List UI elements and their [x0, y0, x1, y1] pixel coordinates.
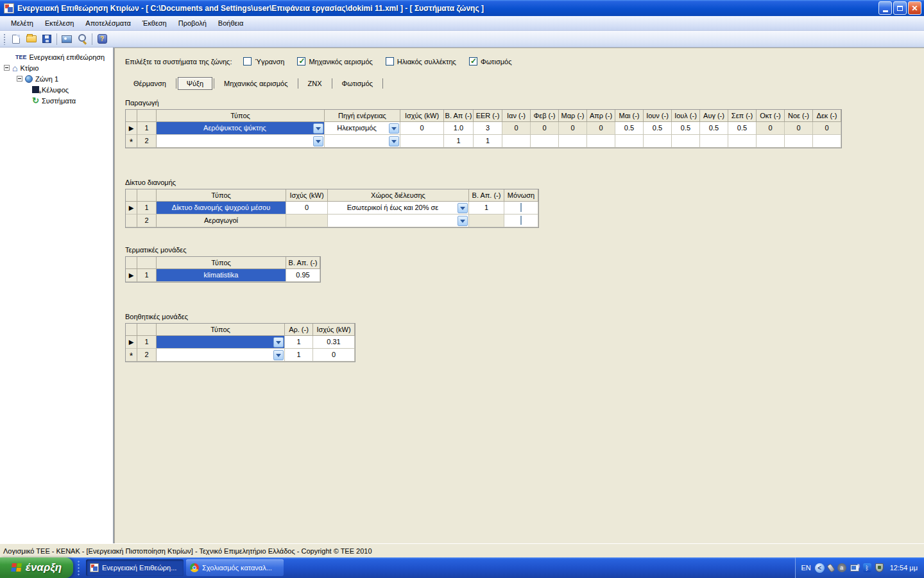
row-number[interactable]: 1: [137, 336, 157, 349]
month-cell-sep[interactable]: [728, 135, 757, 148]
col-type[interactable]: Τύπος: [157, 110, 325, 122]
bap-cell[interactable]: 1: [469, 202, 504, 215]
month-cell-jun[interactable]: [644, 135, 672, 148]
tab-fotismos[interactable]: Φωτισμός: [334, 78, 382, 89]
power-cell[interactable]: 0: [400, 122, 444, 135]
row-number[interactable]: 1: [137, 122, 157, 135]
start-button[interactable]: έναρξη: [0, 557, 73, 578]
col-jun[interactable]: Ιουν (-): [644, 110, 672, 122]
row-number[interactable]: 2: [137, 215, 157, 227]
power-cell[interactable]: [286, 215, 328, 227]
insulation-checkbox[interactable]: [520, 216, 522, 225]
col-aug[interactable]: Αυγ (-): [700, 110, 728, 122]
display-signal-tray-icon[interactable]: [850, 565, 859, 572]
insulation-checkbox[interactable]: [520, 203, 522, 212]
col-jan[interactable]: Ιαν (-): [502, 110, 531, 122]
current-row-marker[interactable]: ▶: [126, 202, 137, 215]
image-button[interactable]: [59, 32, 74, 46]
chevron-down-icon[interactable]: [273, 337, 284, 347]
type-dropdown[interactable]: Αερόψυκτος ψύκτης: [157, 122, 325, 135]
current-row-marker[interactable]: ▶: [126, 336, 137, 349]
power-cell[interactable]: [400, 135, 444, 148]
col-bap[interactable]: Β. Απ (-): [444, 110, 474, 122]
bap-cell[interactable]: [469, 215, 504, 227]
month-cell-aug[interactable]: [700, 135, 728, 148]
energy-source-dropdown[interactable]: [325, 135, 400, 148]
power-cell[interactable]: 0.31: [313, 336, 355, 349]
month-cell-aug[interactable]: 0.5: [700, 122, 728, 135]
month-cell-feb[interactable]: [531, 135, 559, 148]
col-bap[interactable]: Β. Απ. (-): [469, 189, 504, 202]
save-button[interactable]: [39, 32, 55, 46]
row-number[interactable]: 2: [137, 349, 157, 362]
col-apr[interactable]: Απρ (-): [587, 110, 615, 122]
col-oct[interactable]: Οκτ (-): [757, 110, 785, 122]
open-file-button[interactable]: [24, 32, 39, 46]
new-row-marker[interactable]: *: [126, 135, 137, 148]
row-number[interactable]: 1: [137, 269, 157, 282]
type-cell[interactable]: Δίκτυο διανομής ψυχρού μέσου: [157, 202, 286, 215]
current-row-marker[interactable]: ▶: [126, 122, 137, 135]
menu-item-ekthesi[interactable]: Έκθεση: [137, 17, 173, 29]
tree-item-kelyfos[interactable]: Κέλυφος: [0, 84, 113, 95]
col-nov[interactable]: Νοε (-): [785, 110, 813, 122]
language-indicator[interactable]: EN: [801, 564, 810, 572]
type-dropdown[interactable]: [157, 336, 285, 349]
type-cell[interactable]: Αεραγωγοί: [157, 215, 286, 227]
month-cell-dec[interactable]: [813, 135, 841, 148]
type-dropdown[interactable]: [157, 135, 325, 148]
col-sep[interactable]: Σεπ (-): [728, 110, 757, 122]
bluetooth-icon[interactable]: ᛒ: [863, 563, 871, 572]
month-cell-apr[interactable]: 0: [587, 122, 615, 135]
current-row-marker[interactable]: ▶: [126, 269, 137, 282]
tree-item-systimata[interactable]: ↻ Συστήματα: [0, 95, 113, 106]
space-dropdown[interactable]: Εσωτερικοί ή έως και 20% σε: [328, 202, 469, 215]
minimize-button[interactable]: [878, 1, 892, 15]
ygransi-checkbox[interactable]: [243, 57, 252, 66]
fotismos-checkbox[interactable]: [469, 57, 477, 66]
mixanikos-aerismos-checkbox[interactable]: [297, 57, 305, 66]
taskbar-task-sxoliasmos[interactable]: Σχολιασμός καταναλ...: [186, 559, 284, 576]
col-type[interactable]: Τύπος: [157, 189, 286, 202]
month-cell-mar[interactable]: [559, 135, 587, 148]
col-may[interactable]: Μαι (-): [615, 110, 644, 122]
month-cell-nov[interactable]: [785, 135, 813, 148]
col-bap[interactable]: Β. Απ. (-): [286, 257, 320, 269]
tab-mixanikos-aerismos[interactable]: Μηχανικός αερισμός: [216, 78, 296, 89]
col-source[interactable]: Πηγή ενέργειας: [325, 110, 400, 122]
type-dropdown[interactable]: [157, 349, 285, 362]
print-preview-button[interactable]: [74, 32, 90, 46]
tree-item-zoni-1[interactable]: Ζώνη 1: [0, 73, 113, 84]
month-cell-jul[interactable]: [672, 135, 700, 148]
power-cell[interactable]: 0: [313, 349, 355, 362]
app-a-tray-icon[interactable]: a: [837, 563, 846, 572]
chevron-down-icon[interactable]: [313, 123, 323, 134]
chevron-down-icon[interactable]: [389, 123, 399, 134]
col-jul[interactable]: Ιουλ (-): [672, 110, 700, 122]
collapse-icon[interactable]: [17, 76, 22, 82]
col-space[interactable]: Χώρος διέλευσης: [328, 189, 469, 202]
checkbox-ygransi[interactable]: Ύγρανση: [243, 57, 284, 66]
bap-cell[interactable]: 1: [444, 135, 474, 148]
type-cell[interactable]: klimatistika: [157, 269, 286, 282]
col-feb[interactable]: Φεβ (-): [531, 110, 559, 122]
month-cell-sep[interactable]: 0.5: [728, 122, 757, 135]
chevron-down-icon[interactable]: [389, 136, 399, 146]
iliakos-syllektis-checkbox[interactable]: [386, 57, 394, 66]
close-button[interactable]: ✕: [908, 1, 921, 15]
new-row-marker[interactable]: *: [126, 349, 137, 362]
col-count[interactable]: Αρ. (-): [285, 324, 313, 336]
month-cell-oct[interactable]: 0: [757, 122, 785, 135]
month-cell-jan[interactable]: [502, 135, 531, 148]
menu-item-apotelesmata[interactable]: Αποτελέσματα: [80, 17, 136, 29]
month-cell-dec[interactable]: 0: [813, 122, 841, 135]
tray-chevron-icon[interactable]: <: [815, 563, 825, 573]
chevron-down-icon[interactable]: [458, 203, 468, 213]
taskbar-task-energiaki[interactable]: Ενεργειακή Επιθεώρη...: [86, 559, 184, 576]
month-cell-feb[interactable]: 0: [531, 122, 559, 135]
tab-psyxi[interactable]: Ψύξη: [178, 77, 212, 90]
mouse-tray-icon[interactable]: [826, 563, 835, 572]
col-type[interactable]: Τύπος: [157, 324, 285, 336]
menu-item-ektelesi[interactable]: Εκτέλεση: [39, 17, 80, 29]
month-cell-jun[interactable]: 0.5: [644, 122, 672, 135]
